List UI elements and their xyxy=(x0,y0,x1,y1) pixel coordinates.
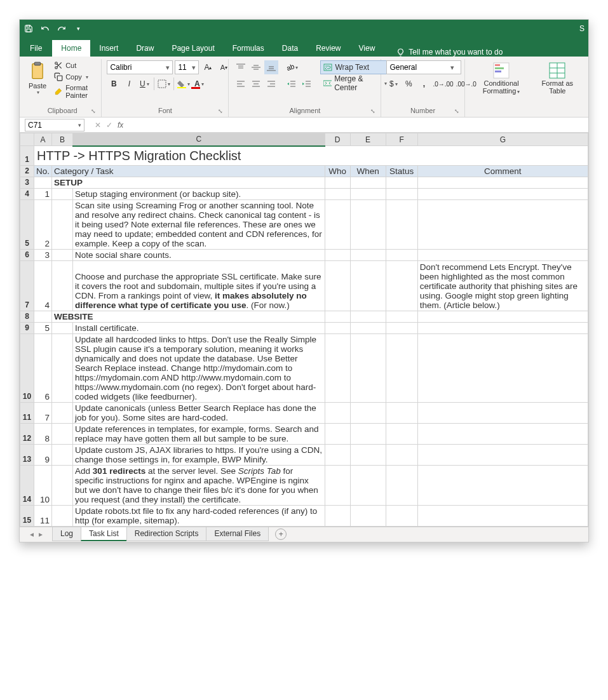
orientation-icon[interactable]: ab▾ xyxy=(285,60,299,74)
fx-icon[interactable]: fx xyxy=(118,121,123,130)
scissors-icon xyxy=(54,61,63,70)
align-top-icon[interactable] xyxy=(234,60,248,74)
table-row: 106Update all hardcoded links to https. … xyxy=(20,333,588,402)
col-header-D[interactable]: D xyxy=(325,133,350,146)
quick-access-toolbar: ▾ S xyxy=(20,20,588,37)
ribbon-tabs: FileHomeInsertDrawPage LayoutFormulasDat… xyxy=(20,37,588,57)
tab-draw[interactable]: Draw xyxy=(127,40,163,57)
table-row: 8WEBSITE xyxy=(20,311,588,322)
svg-rect-41 xyxy=(495,67,504,69)
merge-center-button[interactable]: Merge & Center▾ xyxy=(320,76,390,90)
table-row: 117Update canonicals (unless Better Sear… xyxy=(20,402,588,423)
fill-color-button[interactable]: ▾ xyxy=(177,77,191,91)
qat-customize-icon[interactable]: ▾ xyxy=(73,24,83,34)
svg-rect-38 xyxy=(323,81,332,86)
sheet-tab-task-list[interactable]: Task List xyxy=(81,527,127,541)
col-header-A[interactable]: A xyxy=(34,133,52,146)
dialog-launcher-icon[interactable]: ⤡ xyxy=(91,108,96,114)
svg-point-5 xyxy=(55,67,58,69)
align-left-icon[interactable] xyxy=(234,77,248,91)
col-header-comment[interactable]: Comment xyxy=(417,165,588,177)
col-header-B[interactable]: B xyxy=(52,133,73,146)
chevron-down-icon[interactable]: ▾ xyxy=(75,122,84,128)
table-row: 128Update references in templates, for e… xyxy=(20,423,588,444)
tab-insert[interactable]: Insert xyxy=(90,40,127,57)
select-all-cell[interactable] xyxy=(20,133,34,146)
dialog-launcher-icon[interactable]: ⤡ xyxy=(370,108,375,114)
align-right-icon[interactable] xyxy=(264,77,278,91)
font-size-select[interactable]: ▾ xyxy=(175,60,199,74)
align-middle-icon[interactable] xyxy=(249,60,263,74)
percent-format-icon[interactable]: % xyxy=(402,77,415,91)
copy-button[interactable]: Copy▾ xyxy=(53,72,96,82)
conditional-formatting-button[interactable]: Conditional Formatting▾ xyxy=(470,60,533,97)
align-center-icon[interactable] xyxy=(249,77,263,91)
page-title[interactable]: HTTP -> HTTPS Migration Checklist xyxy=(34,146,588,166)
undo-icon[interactable] xyxy=(40,24,50,34)
group-styles: Conditional Formatting▾ Format as Table xyxy=(465,59,584,117)
svg-rect-1 xyxy=(27,29,30,32)
svg-rect-40 xyxy=(495,64,500,66)
tab-page-layout[interactable]: Page Layout xyxy=(163,40,223,57)
table-row: 3SETUP xyxy=(20,177,588,188)
group-font: ▾ ▾ A▴ A▾ B I U▾ ▾ ▾ A▾ Font⤡ xyxy=(102,59,229,117)
paste-button[interactable]: Paste ▾ xyxy=(29,60,46,95)
accounting-format-icon[interactable]: $▾ xyxy=(386,77,400,91)
col-header-F[interactable]: F xyxy=(386,133,417,146)
increase-decimal-icon[interactable]: .0→.00 xyxy=(432,77,454,91)
sheet-nav-next-icon[interactable]: ▸ xyxy=(39,530,43,539)
col-header-status[interactable]: Status xyxy=(386,165,417,177)
sheet-tab-external-files[interactable]: External Files xyxy=(206,527,269,541)
col-header-who[interactable]: Who xyxy=(325,165,350,177)
svg-rect-3 xyxy=(34,62,40,65)
comma-format-icon[interactable]: , xyxy=(417,77,431,91)
bold-button[interactable]: B xyxy=(107,77,121,91)
col-header-C[interactable]: C xyxy=(73,133,325,146)
underline-button[interactable]: U▾ xyxy=(137,77,151,91)
col-header-category[interactable]: Category / Task xyxy=(52,165,325,177)
col-header-when[interactable]: When xyxy=(350,165,386,177)
dialog-launcher-icon[interactable]: ⤡ xyxy=(218,108,223,114)
tab-view[interactable]: View xyxy=(350,40,384,57)
tab-data[interactable]: Data xyxy=(273,40,307,57)
format-as-table-button[interactable]: Format as Table xyxy=(536,60,579,96)
save-icon[interactable] xyxy=(24,24,34,34)
svg-rect-10 xyxy=(158,80,166,88)
sheet-tab-redirection-scripts[interactable]: Redirection Scripts xyxy=(126,527,207,541)
tab-review[interactable]: Review xyxy=(307,40,349,57)
italic-button[interactable]: I xyxy=(122,77,136,91)
table-row: 74Choose and purchase the appropriate SS… xyxy=(20,260,588,311)
sheet-tab-log[interactable]: Log xyxy=(52,527,81,541)
cut-button[interactable]: Cut xyxy=(53,60,96,71)
enter-formula-icon[interactable]: ✓ xyxy=(106,121,112,130)
group-label-number: Number xyxy=(410,107,435,114)
col-header-G[interactable]: G xyxy=(417,133,588,146)
wrap-text-button[interactable]: Wrap Text xyxy=(320,60,390,74)
tab-formulas[interactable]: Formulas xyxy=(224,40,273,57)
redo-icon[interactable] xyxy=(57,24,67,34)
tab-file[interactable]: File xyxy=(20,40,52,57)
col-header-E[interactable]: E xyxy=(350,133,386,146)
group-alignment: ab▾ Wrap Text Merge & Ce xyxy=(229,59,381,117)
tab-home[interactable]: Home xyxy=(52,40,90,57)
increase-indent-icon[interactable] xyxy=(300,77,314,91)
number-format-select[interactable]: ▾ xyxy=(386,60,461,74)
increase-font-icon[interactable]: A▴ xyxy=(201,60,215,74)
decrease-indent-icon[interactable] xyxy=(285,77,299,91)
col-header-no[interactable]: No. xyxy=(34,165,52,177)
table-row: 63Note social share counts. xyxy=(20,249,588,260)
sheet-nav-prev-icon[interactable]: ◂ xyxy=(30,530,34,539)
font-name-select[interactable]: ▾ xyxy=(107,60,173,74)
svg-line-7 xyxy=(60,66,62,68)
formula-input[interactable] xyxy=(123,118,588,132)
font-color-button[interactable]: A▾ xyxy=(192,77,206,91)
spreadsheet-grid[interactable]: ABCDEFG 1 HTTP -> HTTPS Migration Checkl… xyxy=(20,133,588,527)
borders-button[interactable]: ▾ xyxy=(157,77,171,91)
dialog-launcher-icon[interactable]: ⤡ xyxy=(454,108,459,114)
align-bottom-icon[interactable] xyxy=(264,60,278,74)
name-box[interactable]: ▾ xyxy=(25,119,84,131)
cancel-formula-icon[interactable]: ✕ xyxy=(95,121,101,130)
add-sheet-button[interactable]: + xyxy=(275,528,287,540)
format-painter-button[interactable]: Format Painter xyxy=(53,83,96,100)
tell-me[interactable]: Tell me what you want to do xyxy=(396,48,503,57)
